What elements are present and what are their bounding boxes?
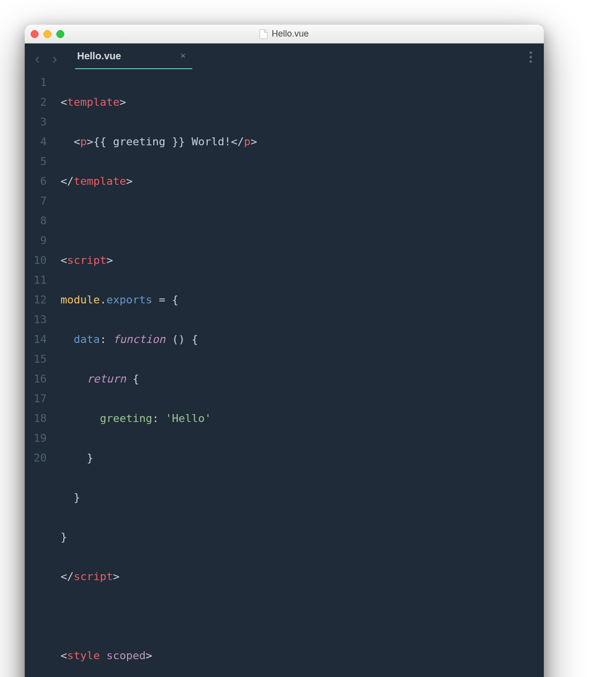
tab-active-indicator — [75, 68, 192, 69]
zoom-window-button[interactable] — [56, 30, 64, 38]
close-window-button[interactable] — [31, 30, 39, 38]
tabbar: Hello.vue × — [25, 43, 544, 69]
file-icon — [260, 29, 267, 39]
line-number: 1 — [34, 73, 47, 92]
line-number: 14 — [34, 330, 47, 349]
line-number: 4 — [34, 132, 47, 152]
titlebar: Hello.vue — [25, 25, 544, 43]
line-number: 3 — [34, 112, 47, 132]
window-title-group: Hello.vue — [25, 29, 544, 39]
nav-forward-icon[interactable] — [50, 56, 58, 64]
line-number: 7 — [34, 191, 47, 211]
line-number: 19 — [34, 428, 47, 448]
line-number: 9 — [34, 231, 47, 251]
nav-back-icon[interactable] — [34, 56, 42, 64]
editor-window: Hello.vue Hello.vue × 1 2 3 4 5 — [25, 25, 544, 677]
line-number: 5 — [34, 152, 47, 171]
tab-label: Hello.vue — [77, 50, 121, 62]
code-editor[interactable]: 1 2 3 4 5 6 7 8 9 10 11 12 13 14 15 16 1… — [25, 69, 544, 677]
line-number: 18 — [34, 409, 47, 428]
line-number: 11 — [34, 270, 47, 290]
line-number: 6 — [34, 171, 47, 191]
tabbar-menu-icon[interactable] — [529, 51, 535, 68]
close-tab-icon[interactable]: × — [180, 51, 186, 61]
code-content[interactable]: <template> <p>{{ greeting }} World!</p> … — [61, 73, 535, 677]
line-number: 13 — [34, 310, 47, 330]
line-number: 8 — [34, 211, 47, 231]
line-number: 20 — [34, 448, 47, 468]
line-gutter: 1 2 3 4 5 6 7 8 9 10 11 12 13 14 15 16 1… — [34, 73, 61, 677]
line-number: 2 — [34, 92, 47, 112]
tab-hello-vue[interactable]: Hello.vue × — [77, 50, 185, 69]
line-number: 16 — [34, 369, 47, 389]
line-number: 10 — [34, 251, 47, 270]
window-controls — [31, 30, 64, 38]
line-number: 15 — [34, 349, 47, 369]
window-title: Hello.vue — [271, 29, 308, 39]
line-number: 12 — [34, 290, 47, 310]
line-number: 17 — [34, 389, 47, 409]
minimize-window-button[interactable] — [44, 30, 51, 38]
